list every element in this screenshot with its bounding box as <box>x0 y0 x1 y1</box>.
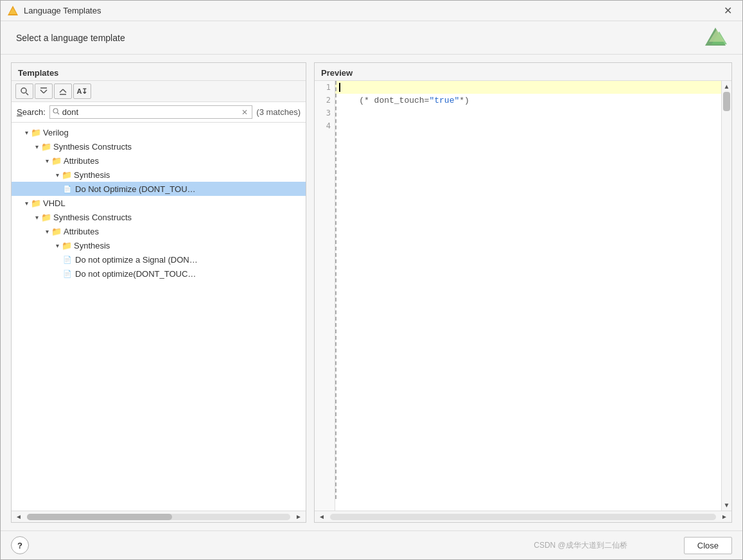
templates-panel: Templates <box>11 62 306 523</box>
svg-line-10 <box>60 89 63 92</box>
title-bar: Language Templates ✕ <box>1 1 742 21</box>
tree-label: VHDL <box>43 198 66 208</box>
folder-icon: 📁 <box>62 170 72 180</box>
code-keyword: (* dont_touch= <box>339 96 429 105</box>
folder-icon: 📁 <box>31 198 41 208</box>
file-icon: 📄 <box>63 270 73 278</box>
code-operator: *) <box>459 96 469 105</box>
svg-line-11 <box>63 89 66 92</box>
search-magnify-icon <box>53 108 60 116</box>
scroll-right-arrow[interactable]: ► <box>293 513 304 520</box>
main-window: Language Templates ✕ Select a language t… <box>0 0 743 560</box>
matches-count: (3 matches) <box>256 107 301 117</box>
line-num-3: 3 <box>315 107 335 119</box>
collapse-all-button[interactable] <box>35 83 53 99</box>
preview-horizontal-scrollbar[interactable]: ◄ ► <box>315 511 731 522</box>
chevron-down-icon: ▾ <box>22 129 31 136</box>
code-line-4 <box>335 119 721 132</box>
line-num-1: 1 <box>315 81 335 94</box>
scroll-down-arrow[interactable]: ▼ <box>722 500 731 511</box>
tree-item-vhdl-attributes[interactable]: ▾ 📁 Attributes <box>12 224 306 238</box>
text-cursor <box>339 83 340 92</box>
chevron-down-icon: ▾ <box>53 171 62 179</box>
scroll-thumb <box>27 514 172 520</box>
tree-item-verilog-synthesis[interactable]: ▾ 📁 Synthesis Constructs <box>12 139 306 153</box>
search-clear-button[interactable]: ✕ <box>240 108 249 117</box>
folder-icon: 📁 <box>41 213 51 222</box>
watermark: CSDN @成华大道到二仙桥 <box>534 540 627 551</box>
tree-item-dont-opt-signal[interactable]: 📄 Do not optimize a Signal (DON… <box>12 252 306 267</box>
search-icon <box>21 87 29 96</box>
svg-point-5 <box>21 88 26 93</box>
chevron-down-icon: ▾ <box>32 214 41 221</box>
bottom-bar: ? CSDN @成华大道到二仙桥 Close <box>1 530 742 559</box>
tree-item-verilog-attributes[interactable]: ▾ 📁 Attributes <box>12 153 306 168</box>
chevron-down-icon: ▾ <box>42 228 51 235</box>
chevron-down-icon: ▾ <box>22 200 31 207</box>
preview-header: Preview <box>315 63 731 81</box>
folder-icon: 📁 <box>51 156 62 166</box>
expand-all-button[interactable] <box>54 83 72 99</box>
folder-icon: 📁 <box>41 142 51 152</box>
help-button[interactable]: ? <box>11 536 29 554</box>
scroll-track <box>27 514 290 520</box>
line-num-2: 2 <box>315 94 335 107</box>
chevron-down-icon: ▾ <box>53 242 62 249</box>
tree-item-verilog-synthesis2[interactable]: ▾ 📁 Synthesis <box>12 168 306 182</box>
tree-item-dont-optimize[interactable]: 📄 Do Not Optimize (DONT_TOU… <box>12 182 306 196</box>
scroll-left-arrow[interactable]: ◄ <box>13 513 24 520</box>
tree-label: Do not optimize a Signal (DON… <box>75 255 198 265</box>
code-string: "true" <box>429 96 459 105</box>
chevron-down-icon: ▾ <box>32 143 41 150</box>
line-numbers: 1 2 3 4 <box>315 81 335 511</box>
close-button[interactable]: Close <box>684 537 732 554</box>
horizontal-scrollbar[interactable]: ◄ ► <box>12 511 306 522</box>
search-input[interactable] <box>62 107 238 117</box>
tree-item-vhdl[interactable]: ▾ 📁 VHDL <box>12 196 306 210</box>
search-toolbar-button[interactable] <box>15 83 33 99</box>
tree-item-vhdl-synthesis[interactable]: ▾ 📁 Synthesis Constructs <box>12 210 306 224</box>
search-label: Search: <box>17 107 46 117</box>
svg-line-6 <box>26 92 28 95</box>
folder-icon: 📁 <box>62 241 72 250</box>
tree-label: Synthesis Constructs <box>53 213 132 222</box>
subtitle-text: Select a language template <box>16 33 125 43</box>
tree-label: Do not optimize(DONT_TOUC… <box>75 269 196 279</box>
title-bar-text: Language Templates <box>24 6 101 15</box>
code-line-3 <box>335 107 721 119</box>
tree-label: Attributes <box>64 227 99 236</box>
tree-container[interactable]: ▾ 📁 Verilog ▾ 📁 Synthesis Constructs ▾ <box>12 123 306 511</box>
tree-item-verilog[interactable]: ▾ 📁 Verilog <box>12 125 306 139</box>
code-line-2: (* dont_touch="true" *) <box>335 94 721 107</box>
preview-scroll-right[interactable]: ► <box>719 513 730 520</box>
tree-label: Synthesis Constructs <box>53 142 132 152</box>
tree-label: Synthesis <box>74 241 110 250</box>
tree-label: Do Not Optimize (DONT_TOU… <box>75 184 196 194</box>
preview-scroll-left[interactable]: ◄ <box>316 513 328 520</box>
svg-line-14 <box>57 113 59 115</box>
folder-icon: 📁 <box>31 128 41 137</box>
sort-button[interactable]: A↧ <box>73 83 91 99</box>
close-window-button[interactable]: ✕ <box>720 3 736 18</box>
subtitle-bar: Select a language template <box>1 21 742 55</box>
tree-label: Attributes <box>64 156 99 166</box>
collapse-icon <box>39 87 48 96</box>
line-num-4: 4 <box>315 119 335 132</box>
code-line-1 <box>335 81 721 94</box>
preview-scroll-track <box>330 514 716 520</box>
main-content: Templates <box>1 55 742 530</box>
templates-toolbar: A↧ <box>12 81 306 102</box>
preview-panel: Preview 1 2 3 4 (* <box>314 62 732 523</box>
templates-header: Templates <box>12 63 306 81</box>
svg-line-7 <box>40 90 44 93</box>
code-area: 1 2 3 4 (* dont_touch="true" *) <box>315 81 731 511</box>
tree-item-vhdl-synthesis2[interactable]: ▾ 📁 Synthesis <box>12 238 306 252</box>
app-icon <box>7 5 19 17</box>
sort-icon: A↧ <box>77 87 88 96</box>
logo-icon <box>704 26 727 49</box>
scroll-up-arrow[interactable]: ▲ <box>722 81 731 92</box>
tree-item-dont-opt-touch[interactable]: 📄 Do not optimize(DONT_TOUC… <box>12 267 306 281</box>
code-content[interactable]: (* dont_touch="true" *) <box>335 81 721 511</box>
svg-point-13 <box>53 109 58 113</box>
vertical-scrollbar[interactable]: ▲ ▼ <box>721 81 731 511</box>
